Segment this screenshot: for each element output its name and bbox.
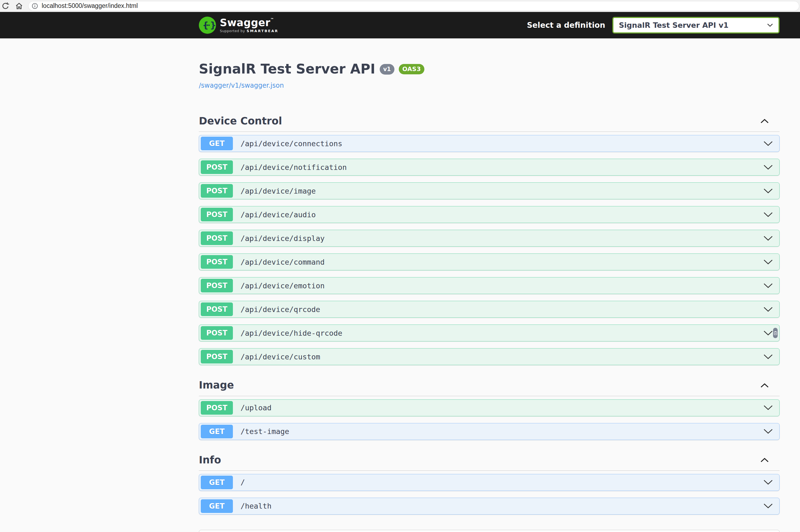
method-badge: POST xyxy=(201,208,233,221)
expand-operation-button[interactable] xyxy=(763,260,773,265)
api-tag-section: Device Control GET /api/device/connectio… xyxy=(199,115,780,365)
method-badge: POST xyxy=(201,303,233,316)
swagger-logo: { } Swagger™ Supported bySMARTBEAR xyxy=(199,17,278,34)
expand-operation-button[interactable] xyxy=(763,188,773,194)
scrollbar-thumb[interactable] xyxy=(773,328,778,338)
chevron-down-icon xyxy=(763,141,773,146)
expand-operation-button[interactable] xyxy=(763,330,773,336)
section-header[interactable]: Info xyxy=(199,454,780,471)
operation-path: /api/device/emotion xyxy=(241,282,325,290)
operation-row[interactable]: POST /api/device/hide-qrcode xyxy=(199,325,780,341)
operation-row[interactable]: POST /api/device/qrcode xyxy=(199,301,780,318)
expand-operation-button[interactable] xyxy=(763,236,773,241)
method-badge: POST xyxy=(201,279,233,292)
api-tag-section: Info GET / GET /health xyxy=(199,454,780,515)
chevron-down-icon xyxy=(763,504,773,509)
chevron-down-icon xyxy=(763,354,773,359)
chevron-down-icon xyxy=(763,236,773,241)
expand-operation-button[interactable] xyxy=(763,283,773,288)
smartbear-attribution: Supported bySMARTBEAR xyxy=(220,29,278,33)
operation-path: /api/device/qrcode xyxy=(241,305,320,314)
section-header[interactable]: Device Control xyxy=(199,115,780,132)
method-badge: GET xyxy=(201,499,233,513)
method-badge: POST xyxy=(201,350,233,363)
home-icon xyxy=(15,2,23,10)
expand-operation-button[interactable] xyxy=(763,212,773,217)
operations-list: GET /api/device/connections POST /api/de… xyxy=(199,135,780,365)
swagger-wordmark: Swagger™ xyxy=(220,18,278,28)
expand-operation-button[interactable] xyxy=(763,480,773,485)
chevron-down-icon xyxy=(763,330,773,336)
reload-icon xyxy=(1,2,10,10)
method-badge: GET xyxy=(201,476,233,489)
spec-json-link[interactable]: /swagger/v1/swagger.json xyxy=(199,82,284,89)
chevron-down-icon xyxy=(763,260,773,265)
operation-row[interactable]: POST /api/device/display xyxy=(199,230,780,247)
swagger-logo-icon: { } xyxy=(199,17,216,34)
collapse-section-button[interactable] xyxy=(761,383,769,388)
operation-row[interactable]: GET /test-image xyxy=(199,423,780,440)
page-title: SignalR Test Server API xyxy=(199,61,375,77)
operation-path: /health xyxy=(241,502,272,510)
chevron-down-icon xyxy=(763,188,773,194)
expand-operation-button[interactable] xyxy=(763,307,773,312)
section-title: Info xyxy=(199,454,221,466)
operation-path: /test-image xyxy=(241,427,289,436)
collapse-section-button[interactable] xyxy=(761,119,769,124)
operation-row[interactable]: GET /api/device/connections xyxy=(199,135,780,152)
operation-row[interactable]: POST /api/device/command xyxy=(199,253,780,270)
expand-operation-button[interactable] xyxy=(763,141,773,146)
chevron-up-icon xyxy=(761,458,769,462)
section-title: Device Control xyxy=(199,115,282,127)
expand-operation-button[interactable] xyxy=(763,429,773,434)
chevron-down-icon xyxy=(763,405,773,410)
chevron-down-icon xyxy=(763,283,773,288)
section-title: Image xyxy=(199,379,234,391)
method-badge: POST xyxy=(201,184,233,198)
expand-operation-button[interactable] xyxy=(763,504,773,509)
expand-operation-button[interactable] xyxy=(763,354,773,359)
page-info-icon[interactable] xyxy=(32,3,38,9)
operation-path: / xyxy=(241,478,245,487)
operations-list: GET / GET /health xyxy=(199,474,780,515)
operation-path: /api/device/display xyxy=(241,234,325,243)
operation-row[interactable]: GET / xyxy=(199,474,780,491)
operation-row[interactable]: POST /api/device/notification xyxy=(199,159,780,176)
operation-row[interactable]: POST /api/device/custom xyxy=(199,348,780,365)
browser-toolbar: localhost:5000/swagger/index.html xyxy=(0,0,800,12)
reload-button[interactable] xyxy=(1,1,10,11)
expand-operation-button[interactable] xyxy=(763,165,773,170)
operations-list: POST /upload GET /test-image xyxy=(199,399,780,440)
operation-row[interactable]: POST /upload xyxy=(199,399,780,416)
definition-selected-value: SignalR Test Server API v1 xyxy=(619,21,729,30)
operation-row[interactable]: POST /api/device/image xyxy=(199,183,780,199)
home-button[interactable] xyxy=(14,1,24,11)
chevron-down-icon xyxy=(763,429,773,434)
method-badge: POST xyxy=(201,255,233,269)
operation-path: /api/device/custom xyxy=(241,353,320,361)
chevron-down-icon xyxy=(763,307,773,312)
collapse-section-button[interactable] xyxy=(761,458,769,462)
chevron-up-icon xyxy=(761,119,769,124)
method-badge: POST xyxy=(201,326,233,340)
chevron-down-icon xyxy=(763,212,773,217)
operation-row[interactable]: POST /api/device/emotion xyxy=(199,277,780,294)
definition-select-label: Select a definition xyxy=(527,21,605,30)
section-header[interactable]: Image xyxy=(199,379,780,396)
oas3-badge: OAS3 xyxy=(399,64,424,74)
api-docs-content: SignalR Test Server API v1 OAS3 /swagger… xyxy=(199,61,780,532)
operation-row[interactable]: POST /api/device/audio xyxy=(199,206,780,223)
operation-path: /upload xyxy=(241,403,272,412)
clipboard-icon xyxy=(774,331,777,335)
operation-path: /api/device/image xyxy=(241,187,316,195)
definition-select[interactable]: SignalR Test Server API v1 xyxy=(612,17,780,34)
address-bar[interactable]: localhost:5000/swagger/index.html xyxy=(28,1,799,11)
operation-path: /api/device/command xyxy=(241,258,325,266)
expand-operation-button[interactable] xyxy=(763,405,773,410)
url-text[interactable]: localhost:5000/swagger/index.html xyxy=(42,2,138,10)
operation-row[interactable]: GET /health xyxy=(199,498,780,515)
method-badge: GET xyxy=(201,425,233,438)
operation-path: /api/device/audio xyxy=(241,210,316,219)
method-badge: GET xyxy=(201,137,233,150)
svg-text:}: } xyxy=(210,20,216,30)
